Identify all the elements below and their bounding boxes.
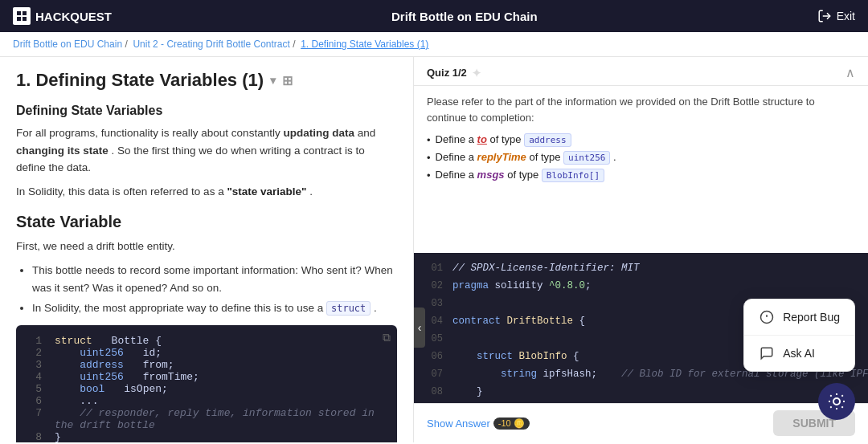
para1a: For all programs, functionality is reall… [16, 127, 283, 139]
coin-badge: -10 🪙 [493, 418, 530, 430]
collapse-icon[interactable]: ∧ [845, 65, 855, 80]
bullet-list: This bottle needs to record some importa… [16, 262, 397, 317]
left-panel: 1. Defining State Variables (1) ▾ ⊞ Defi… [0, 57, 414, 442]
code-line-8: 8} [29, 431, 384, 442]
bullet-item-1: This bottle needs to record some importa… [32, 262, 397, 296]
qb2-type: uint256 [563, 151, 610, 165]
page-title: Drift Bottle on EDU Chain [391, 10, 538, 23]
qb2-pre: Define a [436, 151, 477, 163]
breadcrumb-part1[interactable]: Drift Bottle on EDU Chain [13, 39, 122, 50]
svg-point-7 [833, 398, 840, 405]
qb2-mid: of type [529, 151, 563, 163]
state-variable-section: State Variable First, we need a drift bo… [16, 213, 397, 442]
report-bug-item[interactable]: Report Bug [744, 299, 854, 336]
exit-button[interactable]: Exit [817, 9, 855, 23]
logo-icon [13, 7, 31, 25]
para2c: . [309, 185, 313, 198]
para3: First, we need a drift bottle entity. [16, 238, 397, 255]
quiz-bullet-3: • Define a msgs of type BlobInfo[] [427, 169, 855, 181]
section-title-text: 1. Defining State Variables (1) [16, 70, 264, 91]
para2b: "state variable" [227, 185, 306, 198]
code-line-3: 3 address from; [29, 359, 384, 371]
breadcrumb-part2[interactable]: Unit 2 - Creating Drift Bottle Contract [133, 39, 289, 50]
quiz-badge: Quiz 1/2 [427, 67, 467, 79]
para1b: updating data [283, 127, 354, 139]
bullet-item-2: In Solidity, the most appropriate way to… [32, 299, 397, 317]
qb2-link: replyTime [477, 151, 526, 163]
editor-line-09: 09 [414, 401, 868, 404]
main-layout: 1. Defining State Variables (1) ▾ ⊞ Defi… [0, 57, 868, 442]
struct-keyword: struct [326, 301, 371, 316]
svg-rect-1 [23, 11, 27, 15]
qb3-mid: of type [507, 169, 542, 181]
qb2-suf: . [613, 151, 616, 163]
svg-rect-0 [17, 11, 21, 15]
para1: For all programs, functionality is reall… [16, 124, 397, 177]
quiz-bullet-2: • Define a replyTime of type uint256 . [427, 151, 855, 164]
ask-ai-item[interactable]: Ask AI [744, 336, 854, 371]
code-line-2: 2 uint256 id; [29, 347, 384, 359]
coin-label: -10 [498, 418, 511, 428]
defining-state-vars-section: Defining State Variables For all program… [16, 104, 397, 200]
breadcrumb-part3[interactable]: 1. Defining State Variables (1) [301, 39, 428, 50]
expand-icon[interactable]: ▾ [270, 74, 276, 87]
exit-label: Exit [837, 10, 855, 22]
editor-line-02: 02 pragma solidity ^0.8.0; [414, 277, 868, 295]
code-line-7: 7 // responder, reply time, information … [29, 407, 384, 431]
code-block: ⧉ 1struct Bottle { 2 uint256 id; 3 addre… [16, 325, 397, 442]
quiz-bullet-1: • Define a to of type address [427, 133, 855, 146]
editor-line-01: 01 // SPDX-License-Identifier: MIT [414, 259, 868, 277]
svg-rect-2 [17, 17, 21, 21]
code-line-6: 6 ... [29, 395, 384, 407]
report-bug-icon [759, 309, 775, 325]
quiz-instruction: Please refer to the part of the informat… [427, 94, 855, 125]
code-line-1: 1struct Bottle { [29, 335, 384, 347]
qb3-pre: Define a [436, 169, 477, 181]
breadcrumb: Drift Bottle on EDU Chain / Unit 2 - Cre… [0, 32, 868, 57]
star-icon: ✦ [472, 67, 481, 79]
subsection-title-1: Defining State Variables [16, 104, 397, 118]
qb1-type: address [524, 133, 571, 147]
qb3-link: msgs [477, 169, 505, 181]
code-line-5: 5 bool isOpen; [29, 383, 384, 395]
qb3-type: BlobInfo[] [542, 169, 604, 182]
bullet2c: . [374, 302, 377, 314]
show-answer-label: Show Answer [427, 418, 490, 430]
float-popup: Report Bug Ask AI [743, 299, 855, 372]
quiz-header: Quiz 1/2 ✦ ∧ [414, 57, 868, 86]
bullet2a: In Solidity, the most appropriate way to… [32, 302, 326, 314]
editor-line-08: 08 } [414, 383, 868, 401]
show-answer-button[interactable]: Show Answer -10 🪙 [427, 418, 530, 430]
report-bug-label: Report Bug [783, 311, 840, 324]
topnav: HACKQUEST Drift Bottle on EDU Chain Exit [0, 0, 868, 32]
svg-rect-3 [23, 17, 27, 21]
fab-button[interactable] [818, 383, 855, 420]
ask-ai-label: Ask AI [783, 347, 815, 360]
para2: In Solidity, this data is often referred… [16, 183, 397, 201]
copy-icon[interactable]: ⧉ [383, 332, 391, 344]
right-panel: Quiz 1/2 ✦ ∧ Please refer to the part of… [414, 57, 868, 442]
bottom-bar: Show Answer -10 🪙 SUBMIT [414, 403, 868, 442]
section-header: 1. Defining State Variables (1) ▾ ⊞ [16, 70, 397, 91]
logo-text: HACKQUEST [35, 10, 112, 23]
quiz-title-area: Quiz 1/2 ✦ [427, 67, 481, 79]
quiz-content: Please refer to the part of the informat… [414, 86, 868, 253]
qb1-mid: of type [490, 133, 525, 145]
subsection-title-2: State Variable [16, 213, 397, 231]
qb1-link: to [477, 133, 487, 145]
coin-icon: 🪙 [514, 418, 525, 428]
para2-text: In Solidity, this data is often referred… [16, 185, 227, 198]
para1d: changing its state [16, 145, 108, 157]
expand-fullscreen-icon[interactable]: ⊞ [282, 73, 293, 88]
code-line-4: 4 uint256 fromTime; [29, 371, 384, 383]
ask-ai-icon [759, 345, 775, 361]
logo: HACKQUEST [13, 7, 112, 25]
para1c: and [358, 127, 376, 139]
collapse-handle[interactable]: ‹ [414, 308, 425, 348]
qb1-pre: Define a [436, 133, 477, 145]
